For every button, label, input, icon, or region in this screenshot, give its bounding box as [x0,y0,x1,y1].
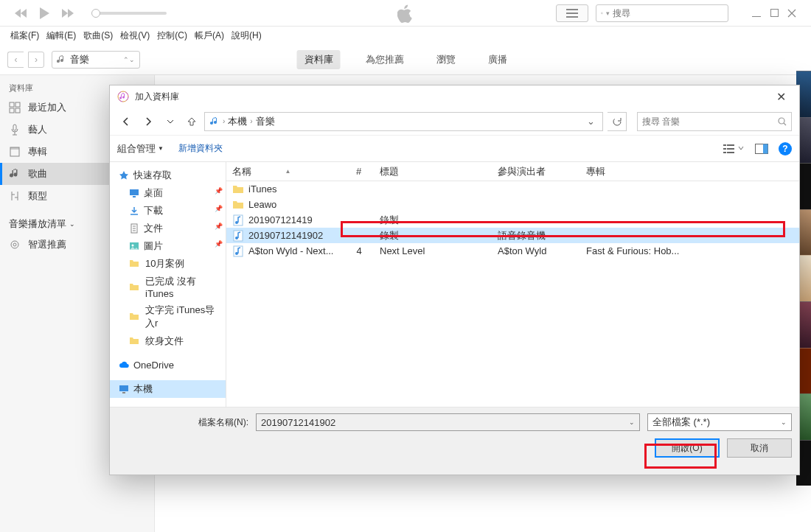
svg-rect-19 [723,152,726,153]
crumb-root[interactable]: 本機 [228,115,247,128]
cloud-icon [119,360,129,371]
chevron-down-icon[interactable]: ⌄ [629,419,635,426]
refresh-button[interactable] [608,112,627,131]
search-input[interactable] [613,8,723,18]
volume-slider[interactable] [93,12,167,15]
menu-file[interactable]: 檔案(F) [10,29,39,42]
col-title[interactable]: 標題 [374,165,492,178]
file-filter-dropdown[interactable]: 全部檔案 (*.*) ⌄ [647,413,792,431]
filename-input[interactable]: 20190712141902 ⌄ [256,413,640,431]
cancel-button[interactable]: 取消 [727,438,792,458]
tree-desktop[interactable]: 桌面📌 [110,184,226,202]
menu-view[interactable]: 檢視(V) [120,29,150,42]
file-row[interactable]: Leawo [226,197,799,212]
minimize-button[interactable] [752,9,761,18]
svg-rect-20 [727,152,734,153]
tree-downloads[interactable]: 下載📌 [110,202,226,220]
tree-folder-tattoo[interactable]: 纹身文件 [110,332,226,350]
music-note-icon [57,55,66,64]
tab-radio[interactable]: 廣播 [481,50,515,69]
tree-folder-oct[interactable]: 10月案例 [110,255,226,273]
organize-dropdown[interactable]: 組合管理▼ [117,142,164,155]
svg-rect-5 [10,108,14,113]
tree-folder-done[interactable]: 已完成 沒有iTunes [110,273,226,301]
monitor-icon [119,384,129,394]
menu-control[interactable]: 控制(C) [157,29,187,42]
dialog-search-field[interactable] [637,112,792,131]
list-view-button[interactable] [556,4,588,22]
previous-track-button[interactable] [13,8,28,18]
tab-foryou[interactable]: 為您推薦 [358,50,411,69]
svg-point-27 [132,245,134,247]
tree-folder-text[interactable]: 文字完 iTunes导入r [110,301,226,332]
svg-point-10 [11,241,18,248]
col-album[interactable]: 專輯 [580,165,799,178]
search-field[interactable]: ▾ [596,4,728,22]
pin-icon: 📌 [215,223,223,230]
svg-rect-3 [10,102,14,107]
pin-icon: 📌 [215,187,223,195]
nav-back[interactable]: ‹ [7,52,24,68]
help-button[interactable]: ? [779,142,792,155]
play-button[interactable] [38,7,50,20]
file-row[interactable]: iTunes [226,181,799,197]
view-options-button[interactable] [723,143,745,155]
nav-recent-button[interactable] [161,113,179,130]
tree-pictures[interactable]: 圖片📌 [110,237,226,255]
file-row[interactable]: 20190712141902錄製語音錄音機 [226,228,799,243]
dialog-close-button[interactable]: ✕ [770,85,792,108]
open-button[interactable]: 開啟(O) [655,438,720,458]
picture-icon [129,241,139,251]
file-list: 名稱▲ # 標題 參與演出者 專輯 iTunesLeawo20190712141… [226,162,799,407]
sidebar-item-label: 藝人 [28,123,47,136]
sidebar-item-label: 專輯 [28,145,47,158]
menu-account[interactable]: 帳戶(A) [195,29,224,42]
sidebar-item-label: 類型 [28,189,47,203]
breadcrumb[interactable]: › 本機 › 音樂 ⌄ [204,112,603,131]
preview-pane-button[interactable] [755,144,768,154]
folder-icon [129,258,141,270]
music-note-icon [209,116,220,127]
library-dropdown[interactable]: 音樂 ⌃⌄ [52,51,140,69]
svg-rect-24 [133,196,136,197]
tab-browse[interactable]: 瀏覽 [429,50,463,69]
playback-controls [13,7,167,20]
album-icon [9,146,21,158]
nav-forward-button[interactable] [139,113,157,130]
nav-back-button[interactable] [117,113,135,130]
filename-value: 20190712141902 [261,417,335,428]
svg-point-11 [13,243,16,246]
itunes-icon [117,91,129,102]
gear-icon [9,239,21,251]
tab-library[interactable]: 資料庫 [297,50,341,69]
desktop-icon [129,188,139,198]
crumb-dropdown[interactable]: ⌄ [583,116,598,127]
tree-onedrive[interactable]: OneDrive [110,357,226,373]
close-button[interactable] [787,9,796,18]
tree-documents[interactable]: 文件📌 [110,220,226,237]
svg-rect-4 [15,102,20,107]
file-row[interactable]: 201907121419錄製 [226,212,799,228]
menu-song[interactable]: 歌曲(S) [83,29,113,42]
col-name[interactable]: 名稱▲ [226,165,344,178]
nav-up-button[interactable] [184,113,200,130]
tree-quick-access[interactable]: 快速存取 [110,167,226,184]
col-artist[interactable]: 參與演出者 [492,165,580,178]
file-row[interactable]: A$ton Wyld - Next...4Next LevelA$ton Wyl… [226,243,799,259]
pin-icon: 📌 [215,205,223,212]
crumb-music[interactable]: 音樂 [256,115,275,128]
file-dialog: 加入資料庫 ✕ › 本機 › 音樂 ⌄ 組合管理▼ 新增資料夾 [109,85,800,475]
tree-this-pc[interactable]: 本機 [110,380,226,398]
next-track-button[interactable] [60,8,75,18]
svg-point-14 [779,118,784,124]
nav-forward[interactable]: › [28,52,44,68]
dialog-search-input[interactable] [642,116,773,127]
new-folder-button[interactable]: 新增資料夾 [178,142,223,155]
svg-rect-28 [119,385,128,391]
maximize-button[interactable] [770,9,779,18]
menu-help[interactable]: 說明(H) [232,29,262,42]
col-number[interactable]: # [344,166,374,177]
filename-label: 檔案名稱(N): [198,416,248,429]
svg-point-0 [601,12,602,13]
menu-edit[interactable]: 編輯(E) [46,29,76,42]
